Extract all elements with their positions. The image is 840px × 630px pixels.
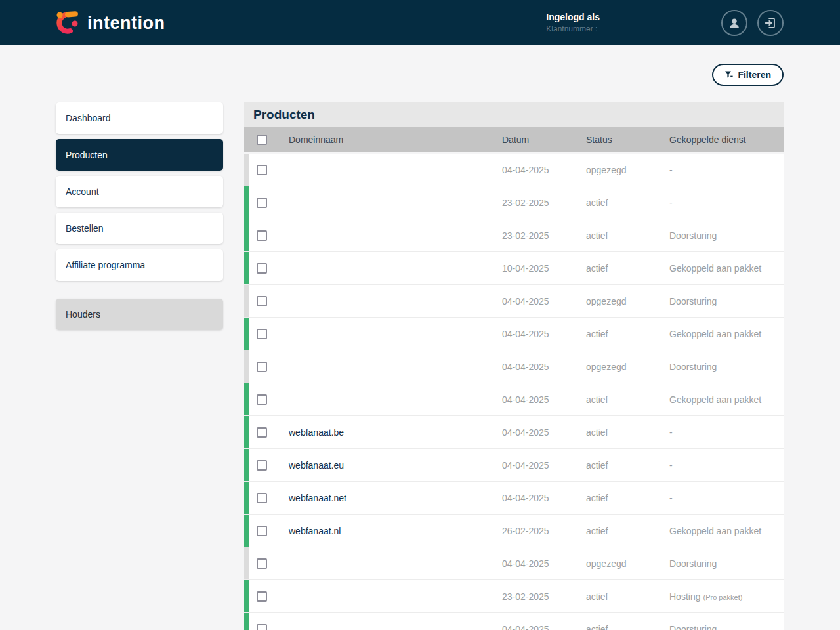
row-date-cell: 04-04-2025 [502, 329, 586, 339]
row-service-note: (Pro pakket) [703, 593, 742, 601]
row-status-indicator [244, 449, 249, 481]
row-checkbox-cell [244, 230, 289, 241]
row-date-cell: 04-04-2025 [502, 394, 586, 405]
row-checkbox[interactable] [257, 591, 267, 602]
row-checkbox[interactable] [257, 394, 267, 405]
row-status-indicator [244, 383, 249, 415]
sidebar-secondary-items: Houders [56, 299, 223, 330]
row-date-cell: 04-04-2025 [502, 624, 586, 630]
sidebar-item-houders[interactable]: Houders [56, 299, 223, 330]
table-row[interactable]: webfanaat.net04-04-2025actief- [244, 482, 784, 514]
row-checkbox[interactable] [257, 230, 267, 241]
row-checkbox[interactable] [257, 263, 267, 274]
row-service-cell: Doorsturing [669, 296, 784, 306]
row-checkbox-cell [244, 394, 289, 405]
row-status-indicator [244, 154, 249, 186]
top-bar: intention Ingelogd als Klantnummer : [0, 0, 840, 45]
domain-link[interactable]: webfanaat.nl [289, 526, 341, 536]
row-status-cell: actief [586, 263, 669, 274]
brand-logo[interactable]: intention [56, 10, 165, 36]
row-checkbox[interactable] [257, 329, 267, 339]
row-date-cell: 26-02-2025 [502, 526, 586, 536]
table-row[interactable]: 04-04-2025opgezegdDoorsturing [244, 547, 784, 580]
row-checkbox[interactable] [257, 198, 267, 208]
table-row[interactable]: 23-02-2025actiefDoorsturing [244, 219, 784, 252]
row-date-cell: 04-04-2025 [502, 427, 586, 438]
row-checkbox[interactable] [257, 427, 267, 438]
filter-button-label: Filteren [738, 70, 771, 80]
table-row[interactable]: 04-04-2025actiefGekoppeld aan pakket [244, 318, 784, 350]
row-checkbox-cell [244, 263, 289, 274]
logout-icon [763, 16, 778, 30]
row-checkbox[interactable] [257, 624, 267, 630]
brand-name: intention [87, 13, 165, 33]
sidebar-item-label: Houders [66, 309, 100, 320]
row-status-cell: opgezegd [586, 362, 669, 372]
table-row[interactable]: webfanaat.eu04-04-2025actief- [244, 449, 784, 482]
sidebar-primary-items: DashboardProductenAccountBestellenAffili… [56, 102, 223, 281]
row-service-cell: - [669, 165, 784, 175]
table-row[interactable]: 23-02-2025actief- [244, 186, 784, 219]
row-status-indicator [244, 547, 249, 579]
domain-link[interactable]: webfanaat.be [289, 427, 344, 438]
row-checkbox-cell [244, 591, 289, 602]
column-header-datum: Datum [502, 135, 586, 145]
row-status-indicator [244, 482, 249, 514]
row-status-cell: actief [586, 394, 669, 405]
table-row[interactable]: 04-04-2025actiefDoorsturing [244, 613, 784, 630]
main-content: Filteren DashboardProductenAccountBestel… [0, 45, 840, 630]
table-row[interactable]: 04-04-2025opgezegdDoorsturing [244, 350, 784, 383]
row-checkbox[interactable] [257, 165, 267, 175]
row-status-cell: actief [586, 198, 669, 208]
sidebar-item-bestellen[interactable]: Bestellen [56, 213, 223, 244]
logout-button[interactable] [757, 10, 784, 36]
row-checkbox[interactable] [257, 460, 267, 471]
row-checkbox[interactable] [257, 296, 267, 306]
account-button[interactable] [721, 10, 747, 36]
table-row[interactable]: webfanaat.nl26-02-2025actiefGekoppeld aa… [244, 514, 784, 547]
row-domain-cell: webfanaat.nl [289, 526, 502, 536]
table-row[interactable]: 23-02-2025actiefHosting(Pro pakket) [244, 580, 784, 613]
row-status-cell: actief [586, 460, 669, 471]
row-status-indicator [244, 285, 249, 317]
filter-button[interactable]: Filteren [712, 64, 784, 86]
table-rows: 04-04-2025opgezegd-23-02-2025actief-23-0… [244, 154, 784, 630]
row-checkbox-cell [244, 526, 289, 536]
row-service-cell: Gekoppeld aan pakket [669, 526, 784, 536]
sidebar-item-affiliate-programma[interactable]: Affiliate programma [56, 249, 223, 281]
table-row[interactable]: 04-04-2025actiefGekoppeld aan pakket [244, 383, 784, 416]
domain-link[interactable]: webfanaat.net [289, 493, 346, 503]
row-service-cell: - [669, 427, 784, 438]
column-header-domeinnaam: Domeinnaam [289, 135, 502, 145]
sidebar-item-account[interactable]: Account [56, 176, 223, 207]
row-checkbox-cell [244, 493, 289, 503]
table-row[interactable]: 04-04-2025opgezegdDoorsturing [244, 285, 784, 318]
row-service-cell: - [669, 460, 784, 471]
table-row[interactable]: webfanaat.be04-04-2025actief- [244, 416, 784, 449]
row-date-cell: 04-04-2025 [502, 493, 586, 503]
row-checkbox[interactable] [257, 362, 267, 372]
row-checkbox[interactable] [257, 526, 267, 536]
row-service-cell: - [669, 493, 784, 503]
row-checkbox-cell [244, 558, 289, 569]
row-checkbox[interactable] [257, 558, 267, 569]
row-date-cell: 23-02-2025 [502, 230, 586, 241]
sidebar-item-label: Bestellen [66, 223, 104, 234]
table-row[interactable]: 10-04-2025actiefGekoppeld aan pakket [244, 252, 784, 285]
select-all-checkbox[interactable] [257, 135, 267, 145]
row-date-cell: 04-04-2025 [502, 362, 586, 372]
table-row[interactable]: 04-04-2025opgezegd- [244, 154, 784, 186]
row-status-cell: actief [586, 591, 669, 602]
row-service-cell: Gekoppeld aan pakket [669, 394, 784, 405]
row-checkbox[interactable] [257, 493, 267, 503]
row-status-cell: actief [586, 329, 669, 339]
column-header-gekoppelde-dienst: Gekoppelde dienst [669, 135, 784, 145]
row-service-cell: - [669, 198, 784, 208]
login-info: Ingelogd als Klantnummer : [546, 12, 600, 33]
sidebar-item-dashboard[interactable]: Dashboard [56, 102, 223, 134]
row-date-cell: 10-04-2025 [502, 263, 586, 274]
domain-link[interactable]: webfanaat.eu [289, 460, 344, 471]
sidebar-item-producten[interactable]: Producten [56, 139, 223, 171]
row-status-cell: opgezegd [586, 165, 669, 175]
row-service-cell: Hosting(Pro pakket) [669, 591, 784, 602]
